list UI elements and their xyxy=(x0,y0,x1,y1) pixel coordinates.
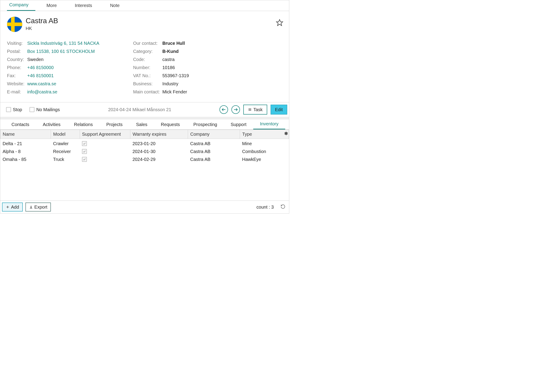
edit-button-label: Edit xyxy=(275,107,283,112)
label-country: Country: xyxy=(7,56,27,63)
cell-model: Truck xyxy=(51,155,80,163)
value-country: Sweden xyxy=(27,56,43,63)
value-business: Industry xyxy=(162,80,178,87)
tab-prospecting[interactable]: Prospecting xyxy=(187,120,224,129)
label-business: Business: xyxy=(133,80,162,87)
cell-company: Castra AB xyxy=(188,148,240,155)
cell-warranty: 2023-01-20 xyxy=(130,139,188,148)
task-button-label: Task xyxy=(253,107,262,112)
tab-relations[interactable]: Relations xyxy=(67,120,99,129)
value-category: B-Kund xyxy=(162,48,178,55)
cell-name: Delta - 21 xyxy=(0,139,51,148)
label-postal: Postal: xyxy=(7,48,27,55)
support-checkbox[interactable] xyxy=(82,141,87,146)
cell-type: Mine xyxy=(240,139,289,148)
cell-type: HawkEye xyxy=(240,155,289,163)
support-checkbox[interactable] xyxy=(82,157,87,162)
label-category: Category: xyxy=(133,48,162,55)
cell-company: Castra AB xyxy=(188,139,240,148)
cell-name: Omaha - 85 xyxy=(0,155,51,163)
cell-warranty: 2024-01-30 xyxy=(130,148,188,155)
col-model[interactable]: Model xyxy=(51,130,80,139)
label-website: Website: xyxy=(7,80,27,87)
label-visiting: Visiting: xyxy=(7,40,27,47)
export-button-label: Export xyxy=(34,205,47,210)
prev-arrow-button[interactable] xyxy=(220,105,228,114)
no-mailings-label: No Mailings xyxy=(36,107,60,112)
cell-company: Castra AB xyxy=(188,155,240,163)
export-button[interactable]: Export xyxy=(25,203,51,211)
value-our-contact: Bruce Hull xyxy=(162,40,185,47)
col-name[interactable]: Name xyxy=(0,130,51,139)
add-button-label: Add xyxy=(11,205,19,210)
refresh-icon[interactable] xyxy=(281,204,285,210)
company-name: Castra AB xyxy=(26,17,58,25)
col-company[interactable]: Company xyxy=(188,130,240,139)
support-checkbox[interactable] xyxy=(82,149,87,154)
table-row[interactable]: Alpha - 8 Receiver 2024-01-30 Castra AB … xyxy=(0,148,289,155)
value-email[interactable]: info@castra.se xyxy=(27,89,57,95)
value-fax[interactable]: +46 8150001 xyxy=(27,72,54,79)
download-icon xyxy=(29,205,33,209)
label-vat: VAT No.: xyxy=(133,72,162,79)
label-number: Number: xyxy=(133,64,162,71)
stop-label: Stop xyxy=(13,107,22,112)
row-count: count : 3 xyxy=(256,205,274,210)
value-website[interactable]: www.castra.se xyxy=(27,80,56,87)
cell-type: Combustion xyxy=(240,148,289,155)
lower-tabs: Contacts Activities Relations Projects S… xyxy=(0,120,289,130)
tab-activities[interactable]: Activities xyxy=(36,120,67,129)
no-mailings-checkbox[interactable] xyxy=(29,107,34,112)
value-phone[interactable]: +46 8150000 xyxy=(27,64,54,71)
col-type[interactable]: Type xyxy=(240,130,289,139)
label-code: Code: xyxy=(133,56,162,63)
value-postal[interactable]: Box 11538, 100 61 STOCKHOLM xyxy=(27,48,95,55)
tab-projects[interactable]: Projects xyxy=(99,120,129,129)
add-button[interactable]: Add xyxy=(2,203,23,211)
favorite-star-icon[interactable] xyxy=(276,19,283,28)
label-phone: Phone: xyxy=(7,64,27,71)
label-our-contact: Our contact: xyxy=(133,40,162,47)
inventory-table: Name Model Support Agreement Warranty ex… xyxy=(0,130,289,163)
tab-more[interactable]: More xyxy=(44,0,64,11)
cell-model: Receiver xyxy=(51,148,80,155)
cell-name: Alpha - 8 xyxy=(0,148,51,155)
value-visiting[interactable]: Sickla Industriväg 6, 131 54 NACKA xyxy=(27,40,99,47)
menu-icon xyxy=(248,107,252,112)
table-row[interactable]: Delta - 21 Crawler 2023-01-20 Castra AB … xyxy=(0,139,289,148)
table-settings-gear-icon[interactable] xyxy=(284,131,288,137)
tab-interests[interactable]: Interests xyxy=(72,0,99,11)
tab-inventory[interactable]: Inventory xyxy=(253,119,285,129)
tab-support[interactable]: Support xyxy=(224,120,253,129)
tab-note[interactable]: Note xyxy=(108,0,126,11)
next-arrow-button[interactable] xyxy=(231,105,240,114)
tab-company[interactable]: Company xyxy=(7,0,35,11)
label-main-contact: Main contact: xyxy=(133,89,162,95)
country-flag-icon xyxy=(7,17,22,32)
svg-marker-0 xyxy=(276,20,283,26)
tab-contacts[interactable]: Contacts xyxy=(5,120,36,129)
cell-warranty: 2024-02-29 xyxy=(130,155,188,163)
value-code: castra xyxy=(162,56,174,63)
edit-button[interactable]: Edit xyxy=(271,105,287,115)
company-subtitle: HK xyxy=(26,26,58,31)
value-vat: 553967-1319 xyxy=(162,72,189,79)
tab-requests[interactable]: Requests xyxy=(154,120,187,129)
label-fax: Fax: xyxy=(7,72,27,79)
tab-sales[interactable]: Sales xyxy=(129,120,154,129)
stop-checkbox[interactable] xyxy=(6,107,11,112)
value-number: 10186 xyxy=(162,64,175,71)
value-main-contact: Mick Fender xyxy=(162,89,187,95)
plus-icon xyxy=(6,205,10,209)
status-text: 2024-04-24 Mikael Månsson 21 xyxy=(108,107,171,112)
col-warranty[interactable]: Warranty expires xyxy=(130,130,188,139)
col-support[interactable]: Support Agreement xyxy=(80,130,130,139)
task-button[interactable]: Task xyxy=(243,105,267,115)
top-tabs: Company More Interests Note xyxy=(0,0,289,11)
cell-model: Crawler xyxy=(51,139,80,148)
label-email: E-mail: xyxy=(7,89,27,95)
table-row[interactable]: Omaha - 85 Truck 2024-02-29 Castra AB Ha… xyxy=(0,155,289,163)
